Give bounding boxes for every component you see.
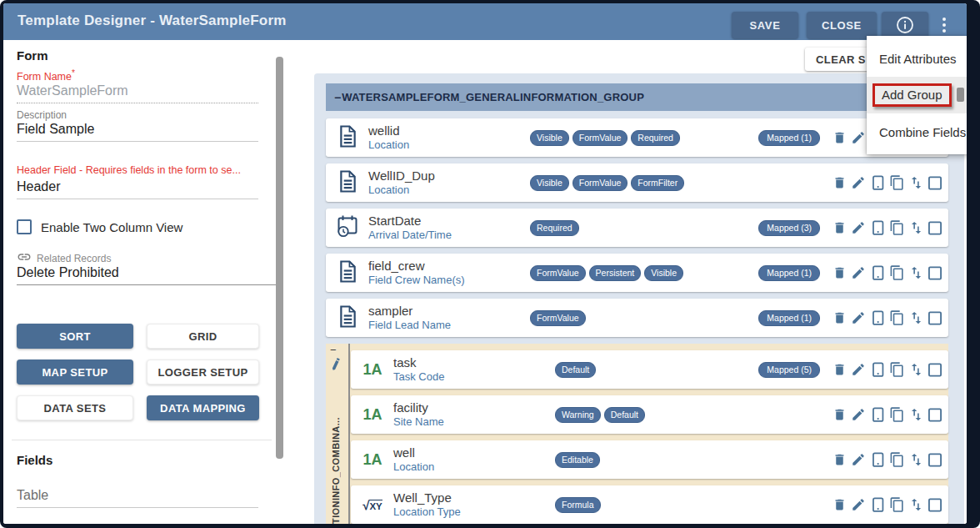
attribute-badge: Default (604, 407, 645, 423)
device-preview-icon[interactable] (869, 264, 886, 282)
select-checkbox-icon[interactable] (927, 360, 943, 379)
menu-item-edit-attributes[interactable]: Edit Attributes (867, 40, 967, 77)
attribute-badge: Default (555, 362, 596, 378)
field-row[interactable]: WellID_Dup Location VisibleFormValueForm… (326, 163, 948, 202)
edit-combined-group-icon[interactable] (328, 355, 346, 375)
edit-icon[interactable] (850, 309, 867, 327)
device-preview-icon[interactable] (869, 219, 886, 237)
field-row[interactable]: 1A well Location Editable (351, 440, 948, 479)
edit-icon[interactable] (850, 450, 867, 469)
delete-icon[interactable] (831, 309, 848, 327)
select-checkbox-icon[interactable] (927, 219, 943, 237)
select-checkbox-icon[interactable] (927, 405, 943, 424)
copy-icon[interactable] (888, 405, 905, 424)
more-options-kebab-icon[interactable] (935, 13, 953, 37)
copy-icon[interactable] (888, 495, 905, 514)
edit-icon[interactable] (850, 264, 867, 282)
edit-icon[interactable] (850, 360, 867, 379)
data-sets-button[interactable]: DATA SETS (17, 395, 133, 420)
copy-icon[interactable] (888, 360, 905, 379)
device-preview-icon[interactable] (869, 495, 886, 514)
group-header-generalinformation[interactable]: − WATERSAMPLEFORM_GENERALINFORMATION_GRO… (326, 83, 948, 111)
select-checkbox-icon[interactable] (927, 264, 943, 282)
field-row[interactable]: √XY Well_Type Location Type Formula (351, 485, 948, 524)
copy-icon[interactable] (888, 450, 905, 469)
reorder-arrows-icon[interactable] (908, 450, 924, 469)
field-sublabel: Task Code (393, 370, 444, 383)
description-label: Description (17, 109, 258, 121)
reorder-arrows-icon[interactable] (908, 309, 924, 327)
reorder-arrows-icon[interactable] (908, 219, 924, 237)
field-row[interactable]: field_crew Field Crew Name(s) FormValueP… (326, 254, 948, 292)
delete-icon[interactable] (831, 495, 848, 514)
menu-item-add-group[interactable]: Add Group (867, 77, 967, 113)
delete-icon[interactable] (831, 128, 848, 147)
mapped-badge[interactable]: Mapped (1) (758, 265, 820, 281)
menu-item-combine-fields[interactable]: Combine Fields (867, 113, 967, 150)
combined-field-icon: 1A (362, 361, 382, 379)
field-row[interactable]: 1A task Task Code Default Mapped (5) (351, 350, 948, 389)
menu-scrollbar-thumb[interactable] (957, 88, 964, 102)
close-button[interactable]: CLOSE (807, 12, 877, 38)
reorder-arrows-icon[interactable] (908, 264, 924, 282)
delete-icon[interactable] (831, 405, 848, 424)
field-icon-slot (334, 305, 361, 331)
collapse-group-icon[interactable]: − (334, 91, 341, 104)
copy-icon[interactable] (888, 309, 905, 327)
select-checkbox-icon[interactable] (927, 173, 943, 192)
delete-icon[interactable] (831, 264, 848, 282)
reorder-arrows-icon[interactable] (908, 495, 924, 514)
map-setup-button[interactable]: MAP SETUP (17, 360, 133, 385)
delete-icon[interactable] (831, 450, 848, 469)
delete-icon[interactable] (831, 360, 848, 379)
device-preview-icon[interactable] (869, 360, 886, 379)
field-row[interactable]: sampler Field Lead Name FormValue Mapped… (326, 299, 948, 337)
copy-icon[interactable] (888, 219, 905, 237)
grid-button[interactable]: GRID (147, 324, 259, 349)
device-preview-icon[interactable] (869, 173, 886, 192)
mapped-badge[interactable]: Mapped (1) (758, 130, 820, 146)
edit-icon[interactable] (850, 495, 867, 514)
mapped-badge[interactable]: Mapped (1) (758, 310, 820, 326)
two-column-checkbox[interactable] (17, 219, 32, 234)
mapped-badge[interactable]: Mapped (5) (758, 362, 820, 378)
delete-icon[interactable] (831, 219, 848, 237)
logger-setup-button[interactable]: LOGGER SETUP (147, 360, 259, 385)
delete-icon[interactable] (831, 173, 848, 192)
field-row[interactable]: StartDate Arrival Date/Time Required Map… (326, 209, 948, 247)
collapse-combined-group-icon[interactable]: − (330, 344, 337, 356)
select-checkbox-icon[interactable] (927, 495, 943, 514)
description-field[interactable]: Field Sample (17, 122, 258, 142)
kebab-dropdown-menu: Edit Attributes Add Group Combine Fields (867, 36, 967, 154)
device-preview-icon[interactable] (869, 405, 886, 424)
field-row[interactable]: wellid Location VisibleFormValueRequired… (326, 118, 948, 157)
mapped-badge[interactable]: Mapped (3) (758, 220, 820, 236)
related-records-row: Related Records (17, 249, 258, 267)
device-preview-icon[interactable] (869, 309, 886, 327)
field-row[interactable]: 1A facility Site Name WarningDefault (351, 395, 948, 434)
copy-icon[interactable] (888, 264, 905, 282)
reorder-arrows-icon[interactable] (908, 173, 924, 192)
edit-icon[interactable] (850, 405, 867, 424)
save-button[interactable]: SAVE (732, 12, 798, 38)
edit-icon[interactable] (850, 219, 867, 237)
reorder-arrows-icon[interactable] (908, 360, 924, 379)
table-select[interactable]: Table (17, 488, 258, 508)
edit-icon[interactable] (850, 128, 867, 147)
form-name-field: WaterSampleForm (17, 83, 258, 103)
copy-icon[interactable] (888, 173, 905, 192)
sidebar-scrollbar-thumb[interactable] (276, 57, 283, 459)
sort-button[interactable]: SORT (17, 324, 133, 349)
select-checkbox-icon[interactable] (927, 450, 943, 469)
data-mapping-button[interactable]: DATA MAPPING (147, 395, 259, 420)
device-preview-icon[interactable] (869, 450, 886, 469)
field-text: task Task Code (393, 355, 444, 383)
reorder-arrows-icon[interactable] (908, 405, 924, 424)
document-field-icon (338, 260, 358, 286)
related-records-select[interactable]: Delete Prohibited (17, 265, 297, 285)
edit-icon[interactable] (850, 173, 867, 192)
select-checkbox-icon[interactable] (927, 309, 943, 327)
info-icon[interactable] (882, 12, 928, 38)
header-field[interactable]: Header (17, 179, 258, 199)
form-properties-sidebar: Form Form Name* WaterSampleForm Descript… (3, 40, 283, 524)
